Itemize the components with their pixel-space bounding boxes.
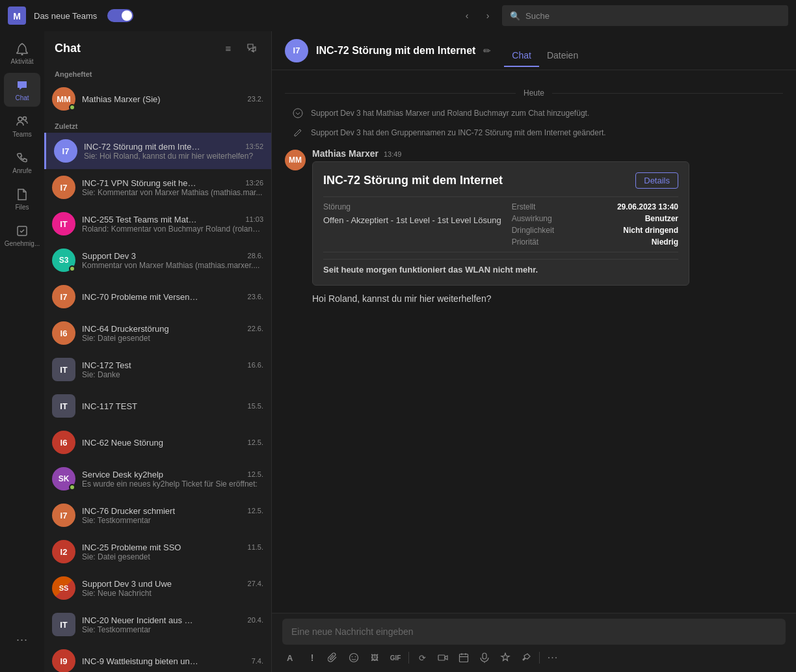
field-value-auswirkung: Benutzer (598, 214, 678, 223)
chat-item-mathias-marxer[interactable]: MM Mathias Marxer (Sie) 23.2. (44, 81, 271, 117)
search-bar[interactable]: 🔍 (502, 5, 788, 26)
toolbar-exclamation-button[interactable]: ! (303, 649, 321, 667)
chat-item-name: Support Dev 3 (82, 251, 136, 261)
chat-item-inc117[interactable]: IT INC-117 TEST 15.5. (44, 388, 271, 424)
chat-item-time: 12.5. (248, 438, 263, 446)
system-msg-icon (290, 105, 306, 121)
chat-item-inc172[interactable]: IT INC-172 Test 16.6. Sie: Danke (44, 351, 271, 388)
chat-item-inc70[interactable]: I7 INC-70 Probleme mit Versenden von ...… (44, 278, 271, 315)
toolbar-pin-button[interactable] (517, 649, 535, 667)
chat-item-name-row: Mathias Marxer (Sie) 23.2. (82, 94, 263, 104)
chat-item-support-dev3[interactable]: S3 Support Dev 3 28.6. Kommentar von Mar… (44, 242, 271, 278)
tab-dateien[interactable]: Dateien (539, 47, 586, 67)
chat-item-name-row: INC-255 Test Teams mit Mathias 11:03 (82, 215, 263, 224)
toolbar-schedule-button[interactable] (455, 649, 473, 667)
toolbar-meet-button[interactable] (434, 649, 452, 667)
sidebar-item-anrufe-wrapper: Anrufe (4, 146, 40, 180)
sidebar-item-teams-wrapper: Teams (4, 109, 40, 143)
content-header: I7 INC-72 Störung mit dem Internet ✏ Cha… (272, 31, 796, 70)
chat-item-inc20[interactable]: IT INC-20 Neuer Incident aus Microsoft .… (44, 606, 271, 643)
chat-icon (15, 78, 29, 92)
chat-item-inc76[interactable]: I7 INC-76 Drucker schmiert 12.5. Sie: Te… (44, 497, 271, 533)
chat-item-name-row: Service Desk ky2help 12.5. (82, 470, 263, 479)
sidebar-more-button[interactable]: ··· (4, 623, 40, 656)
sidebar-item-teams[interactable]: Teams (4, 109, 40, 143)
toolbar-row: A ! (272, 645, 796, 672)
chat-item-name-row: INC-72 Störung mit dem Internet 13:52 (84, 142, 263, 152)
filter-button[interactable]: ≡ (219, 39, 237, 57)
sidebar-item-genehmig[interactable]: Genehmig... (4, 219, 40, 252)
chat-item-service-desk[interactable]: SK Service Desk ky2help 12.5. Es wurde e… (44, 461, 271, 497)
chat-item-info: INC-20 Neuer Incident aus Microsoft ... … (82, 615, 263, 634)
storung-label: Störung (323, 202, 501, 211)
chat-item-preview: Sie: Neue Nachricht (82, 589, 263, 598)
message-content: Mathias Marxer 13:49 INC-72 Störung mit … (312, 148, 783, 306)
incident-card-body: Störung Offen - Akzeptiert - 1st Level -… (323, 202, 678, 247)
chat-item-support-dev3-uwe[interactable]: SS Support Dev 3 und Uwe 27.4. Sie: Neue… (44, 570, 271, 606)
chat-item-name: INC-9 Wattleistung bieten unvernünfti... (82, 656, 199, 666)
toolbar-attach-button[interactable] (324, 649, 342, 667)
chat-item-time: 11:03 (245, 215, 263, 223)
toolbar-praise-button[interactable] (496, 649, 514, 667)
svg-point-2 (21, 54, 23, 56)
sidebar-item-aktivitaet[interactable]: Aktivität (4, 36, 40, 70)
new-teams-toggle[interactable] (107, 9, 133, 22)
toolbar-more-button[interactable]: ··· (544, 649, 562, 667)
chat-item-info: INC-25 Probleme mit SSO 11.5. Sie: Datei… (82, 543, 263, 561)
input-area: Eine neue Nachricht eingeben A ! (272, 613, 796, 672)
toolbar-loop-button[interactable]: ⟳ (413, 649, 431, 667)
tab-chat[interactable]: Chat (504, 47, 539, 67)
chat-item-inc255[interactable]: IT INC-255 Test Teams mit Mathias 11:03 … (44, 206, 271, 242)
chat-item-info: INC-70 Probleme mit Versenden von ... 23… (82, 292, 263, 302)
nav-forward-button[interactable]: › (479, 7, 497, 25)
chat-item-inc71[interactable]: I7 INC-71 VPN Störung seit heute Mor... … (44, 169, 271, 206)
chat-item-info: Mathias Marxer (Sie) 23.2. (82, 94, 263, 104)
chat-item-inc64[interactable]: I6 INC-64 Druckerstörung 22.6. Sie: Date… (44, 315, 271, 351)
chat-item-inc9[interactable]: I9 INC-9 Wattleistung bieten unvernünfti… (44, 643, 271, 672)
nav-back-button[interactable]: ‹ (458, 7, 476, 25)
message-sender: Mathias Marxer (312, 148, 378, 159)
edit-title-icon[interactable]: ✏ (483, 46, 491, 56)
sidebar-item-chat[interactable]: Chat (4, 73, 40, 107)
details-button[interactable]: Details (635, 172, 678, 189)
chat-item-inc72[interactable]: I7 INC-72 Störung mit dem Internet 13:52… (44, 133, 271, 169)
message-time: 13:49 (384, 150, 402, 158)
files-label: Files (15, 204, 29, 211)
toolbar-audio-button[interactable] (475, 649, 494, 667)
search-input[interactable] (525, 11, 780, 21)
content-avatar: I7 (285, 39, 308, 62)
chat-panel: Chat ≡ Angeheftet MM (44, 31, 272, 672)
nav-arrows: ‹ › (458, 7, 497, 25)
field-label-dringlichkeit: Dringlichkeit (512, 226, 592, 235)
incident-status: Offen - Akzeptiert - 1st Level - 1st Lev… (323, 215, 501, 225)
chat-item-preview: Kommentar von Marxer Mathias (mathias.ma… (82, 261, 263, 270)
toolbar-sticker-button[interactable]: 🖼 (365, 649, 384, 667)
toolbar-format-button[interactable]: A (282, 649, 300, 667)
incident-divider-2 (323, 252, 678, 252)
aktivitaet-label: Aktivität (10, 58, 33, 65)
sidebar-item-genehmig-wrapper: Genehmig... (4, 219, 40, 252)
message-input-box[interactable]: Eine neue Nachricht eingeben (282, 619, 786, 645)
search-icon: 🔍 (510, 11, 520, 21)
avatar: I7 (52, 285, 75, 308)
toolbar-gif-button[interactable]: GIF (386, 649, 405, 667)
svg-point-9 (352, 656, 353, 658)
avatar-status (69, 484, 75, 491)
chat-item-preview: Sie: Testkommentar (82, 516, 263, 525)
sidebar-item-files[interactable]: Files (4, 182, 40, 216)
genehmig-icon (15, 224, 29, 238)
chat-item-time: 12.5. (248, 507, 263, 515)
field-value-prioritaet: Niedrig (598, 237, 678, 247)
chat-item-preview: Sie: Datei gesendet (82, 334, 263, 343)
date-divider-line (285, 93, 516, 94)
toolbar-emoji-button[interactable] (345, 649, 363, 667)
message-group: MM Mathias Marxer 13:49 INC-72 Störung m… (285, 148, 783, 306)
avatar: I9 (52, 649, 75, 672)
chat-item-name: INC-117 TEST (82, 401, 137, 411)
chat-item-inc25[interactable]: I2 INC-25 Probleme mit SSO 11.5. Sie: Da… (44, 533, 271, 570)
chat-item-time: 20.4. (248, 616, 263, 624)
chat-item-inc62[interactable]: I6 INC-62 Neue Störung 12.5. (44, 424, 271, 461)
sidebar-item-anrufe[interactable]: Anrufe (4, 146, 40, 180)
new-chat-button[interactable] (243, 39, 261, 57)
date-divider-text: Heute (524, 88, 544, 98)
